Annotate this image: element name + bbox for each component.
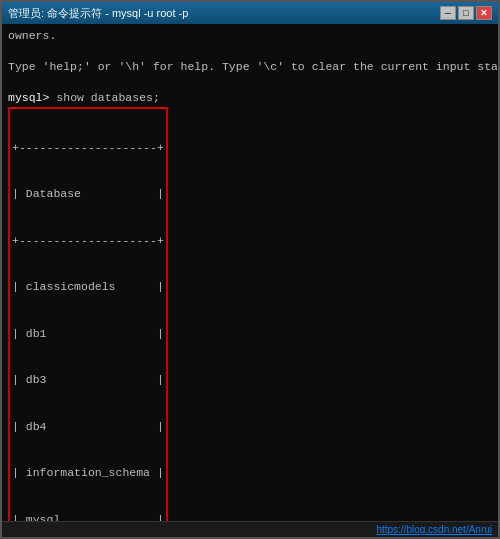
- db-sep-top: +--------------------+: [12, 140, 164, 156]
- line-blank2: [8, 75, 492, 91]
- line-blank1: [8, 44, 492, 60]
- db-row-db4-1: | db4 |: [12, 419, 164, 435]
- title-bar-controls: ─ □ ✕: [440, 6, 492, 20]
- db-row-db1: | db1 |: [12, 326, 164, 342]
- title-bar: 管理员: 命令提示符 - mysql -u root -p ─ □ ✕: [2, 2, 498, 24]
- line-owners: owners.: [8, 28, 492, 44]
- window: 管理员: 命令提示符 - mysql -u root -p ─ □ ✕ owne…: [0, 0, 500, 539]
- terminal-content: owners. Type 'help;' or '\h' for help. T…: [8, 28, 492, 521]
- title-bar-text: 管理员: 命令提示符 - mysql -u root -p: [8, 6, 188, 21]
- db-row-info-1: | information_schema |: [12, 465, 164, 481]
- db-sep-mid: +--------------------+: [12, 233, 164, 249]
- db-table-1: +--------------------+ | Database | +---…: [12, 109, 164, 521]
- maximize-button[interactable]: □: [458, 6, 474, 20]
- minimize-button[interactable]: ─: [440, 6, 456, 20]
- line-help: Type 'help;' or '\h' for help. Type '\c'…: [8, 59, 492, 75]
- db-list-1-redbox: +--------------------+ | Database | +---…: [8, 107, 168, 521]
- status-url: https://blog.csdn.net/Anrui: [376, 524, 492, 535]
- line-show1: mysql> show databases;: [8, 90, 492, 106]
- db-row-classicmodels-1: | classicmodels |: [12, 279, 164, 295]
- close-button[interactable]: ✕: [476, 6, 492, 20]
- db-header: | Database |: [12, 186, 164, 202]
- db-list-1-wrapper: +--------------------+ | Database | +---…: [8, 106, 168, 521]
- db-row-db3-1: | db3 |: [12, 372, 164, 388]
- terminal[interactable]: owners. Type 'help;' or '\h' for help. T…: [2, 24, 498, 521]
- db-row-mysql-1: | mysql |: [12, 512, 164, 521]
- status-bar: https://blog.csdn.net/Anrui: [2, 521, 498, 537]
